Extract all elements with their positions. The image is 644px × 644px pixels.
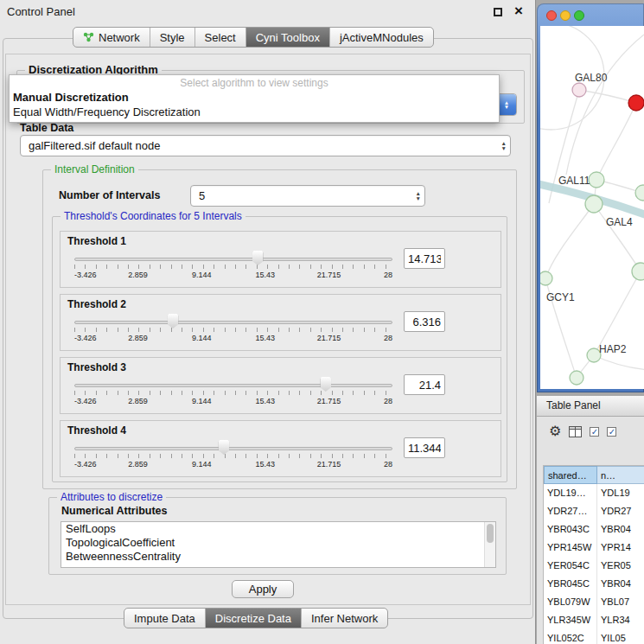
tab-select[interactable]: Select bbox=[195, 28, 246, 47]
network-node-labels: GAL80 GAL11 GAL4 GCY1 HAP2 bbox=[546, 72, 633, 355]
combo-stepper-icon[interactable]: ▲▼ bbox=[497, 94, 516, 115]
list-item[interactable]: SelfLoops bbox=[61, 522, 495, 536]
node-label: GAL80 bbox=[575, 72, 608, 84]
attributes-list: SelfLoops TopologicalCoefficient Between… bbox=[61, 521, 496, 568]
table-row[interactable]: YLR345WYLR34 bbox=[544, 611, 644, 629]
table-data-select[interactable]: galFiltered.sif default node ▲▼ bbox=[20, 135, 511, 156]
tab-infer-network[interactable]: Infer Network bbox=[302, 609, 387, 628]
network-node[interactable] bbox=[570, 371, 583, 385]
tab-label: Cyni Toolbox bbox=[256, 31, 320, 44]
list-item[interactable]: TopologicalCoefficient bbox=[61, 536, 495, 550]
network-canvas[interactable]: GAL80 GAL11 GAL4 GCY1 HAP2 bbox=[540, 26, 644, 389]
network-graph: GAL80 GAL11 GAL4 GCY1 HAP2 bbox=[540, 26, 644, 389]
threshold-1-panel: Threshold 1 -3.4262.8599.14415.4321.7152… bbox=[60, 231, 501, 288]
slider-thumb[interactable] bbox=[320, 377, 331, 392]
tab-discretize-data[interactable]: Discretize Data bbox=[206, 609, 302, 628]
columns-icon[interactable] bbox=[569, 426, 582, 437]
combo-stepper-icon[interactable]: ▲▼ bbox=[416, 191, 421, 201]
network-node[interactable] bbox=[589, 172, 604, 188]
list-item[interactable]: BetweennessCentrality bbox=[61, 550, 495, 564]
column-header-shared-name[interactable]: shared… bbox=[544, 466, 597, 484]
network-node[interactable] bbox=[635, 185, 644, 201]
table-row[interactable]: YBR045CYBR04 bbox=[544, 575, 644, 593]
interval-definition-group: Interval Definition Number of Intervals … bbox=[42, 169, 517, 489]
slider-track bbox=[74, 447, 392, 450]
tab-impute-data[interactable]: Impute Data bbox=[124, 609, 206, 628]
dropdown-option-manual-discretization[interactable]: Manual Discretization bbox=[10, 90, 499, 105]
table-row[interactable]: YPR145WYPR14 bbox=[544, 539, 644, 557]
threshold-2-value[interactable] bbox=[404, 311, 445, 332]
network-node[interactable] bbox=[585, 195, 603, 213]
table-row[interactable]: YER054CYER05 bbox=[544, 557, 644, 575]
tab-network[interactable]: Network bbox=[73, 28, 150, 47]
tab-label: Network bbox=[99, 31, 140, 44]
node-label: HAP2 bbox=[599, 343, 627, 355]
algorithm-dropdown-popup: Select algorithm to view settings Manual… bbox=[9, 74, 500, 123]
list-scrollbar[interactable] bbox=[484, 522, 495, 567]
gear-icon[interactable]: ⚙ bbox=[549, 423, 561, 440]
network-node[interactable] bbox=[632, 263, 644, 280]
control-panel-tabs: Network Style Select Cyni Toolbox jActiv… bbox=[73, 27, 434, 48]
screen: { "titlebar": { "title": "Control Panel"… bbox=[0, 0, 644, 644]
attributes-group: Attributes to discretize Numerical Attri… bbox=[48, 497, 507, 575]
mac-close-button[interactable] bbox=[546, 10, 557, 21]
select-rows-checkbox-icon[interactable]: ✓ bbox=[607, 427, 616, 437]
threshold-2-slider[interactable]: -3.4262.8599.14415.4321.71528 bbox=[74, 313, 392, 349]
table-row[interactable]: YBL079WYBL07 bbox=[544, 593, 644, 611]
threshold-3-value[interactable] bbox=[404, 374, 445, 395]
select-all-checkbox-icon[interactable]: ✓ bbox=[590, 427, 599, 437]
group-title: Interval Definition bbox=[51, 163, 138, 175]
float-window-button[interactable] bbox=[494, 8, 502, 16]
tab-cyni-toolbox[interactable]: Cyni Toolbox bbox=[246, 28, 330, 47]
threshold-3-slider[interactable]: -3.4262.8599.14415.4321.71528 bbox=[74, 376, 392, 412]
threshold-4-slider[interactable]: -3.4262.8599.14415.4321.71528 bbox=[74, 439, 392, 475]
slider-track bbox=[74, 384, 392, 387]
combo-stepper-icon[interactable]: ▲▼ bbox=[501, 141, 507, 150]
table-data-label: Table Data bbox=[20, 122, 73, 134]
table-header-row: shared… n… bbox=[544, 466, 644, 484]
slider-ticks bbox=[74, 328, 392, 332]
dropdown-option-equal-width-frequency[interactable]: Equal Width/Frequency Discretization bbox=[10, 105, 499, 119]
slider-thumb[interactable] bbox=[168, 314, 179, 328]
mac-zoom-button[interactable] bbox=[574, 10, 584, 21]
apply-button[interactable]: Apply bbox=[232, 580, 294, 598]
scrollbar-thumb[interactable] bbox=[487, 524, 494, 543]
slider-scale: -3.4262.8599.14415.4321.71528 bbox=[74, 397, 392, 405]
table-row[interactable]: YBR043CYBR04 bbox=[544, 520, 644, 539]
close-icon[interactable]: × bbox=[514, 3, 523, 20]
number-of-intervals-value: 5 bbox=[191, 189, 416, 202]
slider-scale: -3.4262.8599.14415.4321.71528 bbox=[74, 460, 392, 469]
network-node[interactable] bbox=[572, 83, 586, 97]
slider-scale: -3.4262.8599.14415.4321.71528 bbox=[74, 334, 392, 342]
column-header-name[interactable]: n… bbox=[597, 466, 644, 484]
network-view-window: GAL80 GAL11 GAL4 GCY1 HAP2 bbox=[537, 3, 644, 392]
table-row[interactable]: YDL19…YDL19 bbox=[544, 484, 644, 502]
slider-scale: -3.4262.8599.14415.4321.71528 bbox=[74, 271, 392, 279]
number-of-intervals-select[interactable]: 5 ▲▼ bbox=[190, 185, 425, 207]
tab-jactivemnodules[interactable]: jActiveMNodules bbox=[330, 28, 433, 47]
group-title: Threshold's Coordinates for 5 Intervals bbox=[61, 210, 245, 222]
table-panel: ⚙ ✓ ✓ shared… n… YDL19…YDL19 YDR27…YDR27… bbox=[537, 417, 644, 644]
slider-thumb[interactable] bbox=[252, 251, 264, 265]
group-title: Attributes to discretize bbox=[57, 491, 166, 503]
cyni-toolbox-content: Discretization Algorithm ▲▼ Table Data g… bbox=[5, 54, 531, 605]
table-row[interactable]: YDR27…YDR27 bbox=[544, 502, 644, 520]
table-panel-toolbar: ⚙ ✓ ✓ bbox=[549, 422, 616, 441]
threshold-4-value[interactable] bbox=[404, 437, 445, 458]
threshold-4-panel: Threshold 4 -3.4262.8599.14415.4321.7152… bbox=[60, 420, 501, 477]
table-data-value: galFiltered.sif default node bbox=[21, 139, 501, 152]
threshold-1-slider[interactable]: -3.4262.8599.14415.4321.71528 bbox=[74, 250, 392, 286]
tab-style[interactable]: Style bbox=[150, 28, 195, 47]
slider-ticks bbox=[74, 265, 392, 269]
tab-label: Infer Network bbox=[311, 612, 378, 625]
slider-thumb[interactable] bbox=[218, 440, 229, 455]
threshold-1-value[interactable] bbox=[404, 248, 445, 269]
network-node[interactable] bbox=[540, 271, 552, 285]
mac-minimize-button[interactable] bbox=[560, 10, 571, 21]
tab-label: Select bbox=[205, 31, 236, 44]
table-row[interactable]: YIL052CYIL05 bbox=[544, 629, 644, 644]
node-label: GCY1 bbox=[546, 291, 575, 303]
threshold-2-panel: Threshold 2 -3.4262.8599.14415.4321.7152… bbox=[60, 294, 501, 351]
tab-label: Impute Data bbox=[134, 612, 195, 625]
network-node-selected[interactable] bbox=[628, 95, 644, 111]
